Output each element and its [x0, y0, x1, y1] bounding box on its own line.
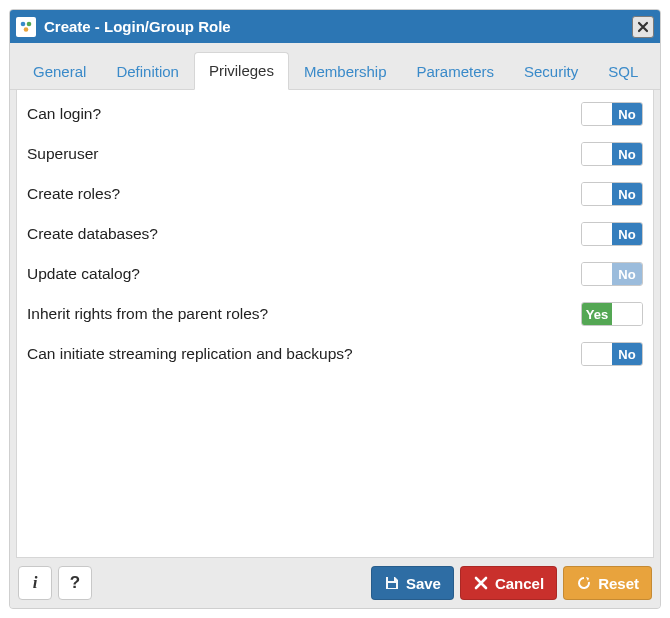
reset-icon [576, 575, 592, 591]
privilege-toggle[interactable]: YesNo [581, 142, 643, 166]
privilege-row: Inherit rights from the parent roles?Yes… [17, 294, 653, 334]
save-button[interactable]: Save [371, 566, 454, 600]
tab-parameters[interactable]: Parameters [401, 53, 509, 90]
tab-membership[interactable]: Membership [289, 53, 402, 90]
toggle-no: No [612, 343, 642, 365]
privilege-label: Inherit rights from the parent roles? [27, 305, 581, 323]
tab-privileges[interactable]: Privileges [194, 52, 289, 90]
privilege-toggle[interactable]: YesNo [581, 182, 643, 206]
toggle-yes: Yes [582, 343, 612, 365]
close-icon [637, 21, 649, 33]
privilege-toggle: YesNo [581, 262, 643, 286]
toggle-yes: Yes [582, 183, 612, 205]
toggle-yes: Yes [582, 303, 612, 325]
svg-point-0 [21, 21, 26, 26]
privilege-label: Superuser [27, 145, 581, 163]
privilege-label: Update catalog? [27, 265, 581, 283]
cancel-icon [473, 575, 489, 591]
privilege-row: Create databases?YesNo [17, 214, 653, 254]
tab-sql[interactable]: SQL [593, 53, 653, 90]
privilege-row: Create roles?YesNo [17, 174, 653, 214]
svg-point-1 [27, 21, 32, 26]
cancel-button[interactable]: Cancel [460, 566, 557, 600]
toggle-no: No [612, 263, 642, 285]
tab-security[interactable]: Security [509, 53, 593, 90]
close-button[interactable] [632, 16, 654, 38]
privilege-toggle[interactable]: YesNo [581, 222, 643, 246]
privilege-row: Can login?YesNo [17, 94, 653, 134]
privilege-toggle[interactable]: YesNo [581, 342, 643, 366]
help-button[interactable]: ? [58, 566, 92, 600]
titlebar: Create - Login/Group Role [10, 10, 660, 43]
info-icon: i [33, 573, 38, 593]
privilege-row: Can initiate streaming replication and b… [17, 334, 653, 374]
privilege-label: Can login? [27, 105, 581, 123]
save-label: Save [406, 575, 441, 592]
toggle-yes: Yes [582, 263, 612, 285]
dialog-footer: i ? Save Cancel Reset [10, 558, 660, 608]
save-icon [384, 575, 400, 591]
svg-rect-3 [388, 577, 394, 581]
toggle-yes: Yes [582, 223, 612, 245]
reset-button[interactable]: Reset [563, 566, 652, 600]
privilege-toggle[interactable]: YesNo [581, 102, 643, 126]
svg-point-2 [24, 27, 29, 32]
toggle-no: No [612, 303, 642, 325]
privilege-row: Update catalog?YesNo [17, 254, 653, 294]
toggle-no: No [612, 143, 642, 165]
tab-general[interactable]: General [18, 53, 101, 90]
privilege-label: Create roles? [27, 185, 581, 203]
toggle-yes: Yes [582, 143, 612, 165]
tab-body-privileges: Can login?YesNoSuperuserYesNoCreate role… [16, 90, 654, 558]
dialog-title: Create - Login/Group Role [44, 18, 624, 35]
privilege-label: Create databases? [27, 225, 581, 243]
privilege-toggle[interactable]: YesNo [581, 302, 643, 326]
toggle-no: No [612, 103, 642, 125]
info-button[interactable]: i [18, 566, 52, 600]
privilege-row: SuperuserYesNo [17, 134, 653, 174]
toggle-no: No [612, 183, 642, 205]
create-role-dialog: Create - Login/Group Role GeneralDefinit… [9, 9, 661, 609]
svg-rect-4 [388, 583, 396, 588]
role-icon [16, 17, 36, 37]
reset-label: Reset [598, 575, 639, 592]
cancel-label: Cancel [495, 575, 544, 592]
tab-definition[interactable]: Definition [101, 53, 194, 90]
toggle-no: No [612, 223, 642, 245]
toggle-yes: Yes [582, 103, 612, 125]
tab-bar: GeneralDefinitionPrivilegesMembershipPar… [10, 43, 660, 90]
privilege-list: Can login?YesNoSuperuserYesNoCreate role… [17, 90, 653, 374]
privilege-label: Can initiate streaming replication and b… [27, 345, 581, 363]
help-icon: ? [70, 573, 80, 593]
